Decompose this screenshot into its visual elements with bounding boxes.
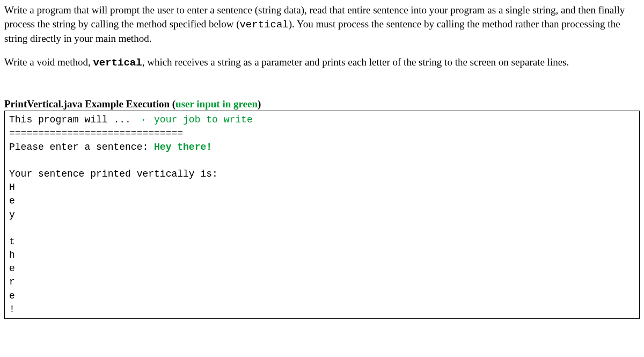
method-name-2: vertical: [93, 57, 142, 69]
code-line3-a: Please enter a sentence:: [9, 142, 154, 152]
code-v2: e: [9, 195, 15, 206]
para2-text-2: , which receives a string as a parameter…: [142, 56, 569, 68]
paragraph-2: Write a void method, vertical, which rec…: [4, 55, 640, 70]
code-user-input: Hey there!: [154, 142, 212, 152]
code-v6: h: [9, 250, 15, 260]
code-output-box: This program will ... ← your job to writ…: [4, 111, 640, 319]
method-name-1: vertical: [239, 19, 288, 31]
code-v10: !: [9, 304, 15, 315]
code-v4: [9, 223, 15, 234]
code-v5: t: [9, 236, 15, 247]
code-line2: ==============================: [9, 128, 183, 139]
code-line5: Your sentence printed vertically is:: [9, 169, 218, 179]
code-v1: H: [9, 182, 15, 193]
paragraph-1: Write a program that will prompt the use…: [4, 3, 640, 46]
example-heading: PrintVertical.java Example Execution (us…: [4, 97, 640, 111]
code-line1-b: ← your job to write: [142, 114, 252, 125]
heading-paren-close: ): [258, 98, 261, 110]
para2-text-1: Write a void method,: [4, 56, 93, 68]
heading-green-text: user input in green: [175, 98, 258, 110]
code-v9: e: [9, 290, 15, 301]
code-v3: y: [9, 209, 15, 220]
code-v7: e: [9, 263, 15, 274]
heading-main-text: PrintVertical.java Example Execution: [4, 98, 172, 110]
code-v8: r: [9, 276, 15, 287]
code-blank-1: [9, 155, 15, 166]
code-line1-a: This program will ...: [9, 114, 142, 125]
